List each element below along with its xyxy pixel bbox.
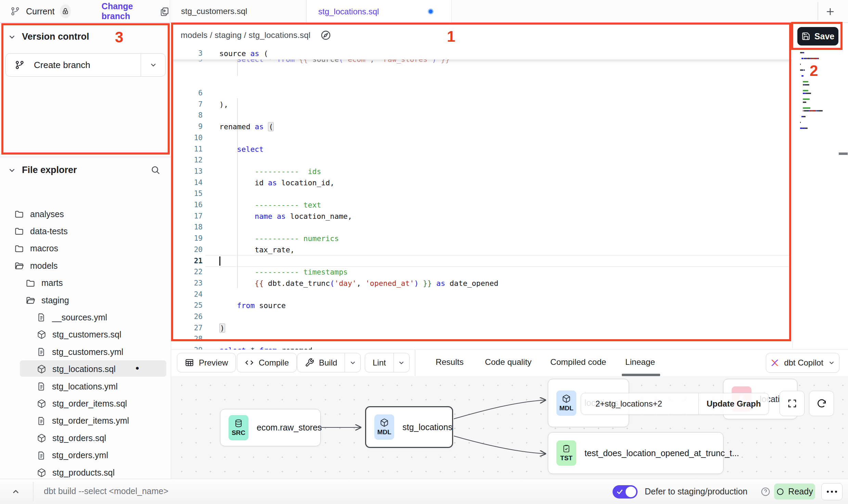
create-branch-dropdown[interactable] <box>141 54 165 76</box>
build-button[interactable]: Build <box>297 353 361 372</box>
file-item-stg-orders-sql[interactable]: stg_orders.sql <box>37 430 106 446</box>
change-branch-link[interactable]: Change branch <box>102 1 151 21</box>
build-dropdown[interactable] <box>345 353 360 372</box>
code-line-27[interactable]: 27) <box>171 322 792 334</box>
preview-button[interactable]: Preview <box>177 353 236 372</box>
sticky-scroll-line[interactable]: 3source as ( <box>171 48 792 59</box>
minimap-line <box>800 90 841 91</box>
file-item-stg-locations-sql[interactable]: stg_locations.sql <box>37 362 116 377</box>
lint-button[interactable]: Lint <box>365 353 410 372</box>
file-item-analyses[interactable]: analyses <box>14 207 64 222</box>
file-item-stg-orders-yml[interactable]: stg_orders.yml <box>37 448 108 463</box>
code-editor[interactable]: models / staging / stg_locations.sql 5se… <box>171 23 792 349</box>
copy-branch-icon[interactable] <box>159 6 170 16</box>
dbt-copilot-button[interactable]: dbt Copilot <box>766 353 839 373</box>
code-line-19[interactable]: 19---------- numerics <box>171 233 792 244</box>
new-tab-button[interactable] <box>823 4 838 19</box>
code-line-12[interactable]: 12 <box>171 155 792 166</box>
lint-dropdown[interactable] <box>394 353 409 372</box>
file-item--sources-yml[interactable]: __sources.yml <box>37 310 107 325</box>
code-line-17[interactable]: 17name as location_name, <box>171 211 792 222</box>
file-explorer-title: File explorer <box>22 165 77 175</box>
tab-stg-locations[interactable]: stg_locations.sql <box>306 0 452 23</box>
lineage-node-test[interactable]: TST test_does_location_opened_at_trunc_t… <box>548 432 723 474</box>
code-line-14[interactable]: 14id as location_id, <box>171 177 792 188</box>
tab-lineage[interactable]: Lineage <box>625 350 655 374</box>
file-item-marts[interactable]: marts <box>26 276 63 291</box>
minimap-line <box>800 75 841 77</box>
lineage-selector-input[interactable]: 2+stg_locations+2 <box>581 399 698 409</box>
chevron-down-icon <box>149 61 157 69</box>
update-graph-button[interactable]: Update Graph <box>698 393 769 414</box>
line-text: tax_rate, <box>219 244 295 255</box>
code-token: {{ <box>255 279 264 288</box>
version-control-title: Version control <box>22 31 89 42</box>
file-item-data-tests[interactable]: data-tests <box>14 224 68 239</box>
tab-results[interactable]: Results <box>436 350 464 374</box>
file-label: stg_locations.yml <box>52 382 118 392</box>
code-line-25[interactable]: 25from source <box>171 300 792 311</box>
chevron-down-icon <box>349 359 357 367</box>
file-item-stg-products-sql[interactable]: stg_products.sql <box>37 465 115 480</box>
code-line-20[interactable]: 20tax_rate, <box>171 244 792 255</box>
code-line-28[interactable]: 28 <box>171 333 792 345</box>
minimap-line <box>800 64 841 65</box>
code-line-10[interactable]: 10 <box>171 132 792 144</box>
file-item-staging[interactable]: staging <box>26 293 69 308</box>
file-item-stg-locations-yml[interactable]: stg_locations.yml <box>37 379 118 394</box>
command-input[interactable]: dbt build --select <model_name> <box>44 486 168 496</box>
code-line-11[interactable]: 11select <box>171 144 792 155</box>
line-number: 23 <box>171 278 203 289</box>
save-button[interactable]: Save <box>797 27 838 45</box>
code-line-16[interactable]: 16---------- text <box>171 199 792 211</box>
help-icon[interactable] <box>760 487 771 497</box>
file-item-macros[interactable]: macros <box>14 241 58 256</box>
code-token: renamed <box>219 122 255 131</box>
code-line-24[interactable]: 24 <box>171 289 792 300</box>
tab-code-quality[interactable]: Code quality <box>485 350 531 374</box>
code-area[interactable]: 5select * from {{ source('ecom', 'raw_st… <box>171 48 792 349</box>
lineage-node-source[interactable]: SRC ecom.raw_stores <box>220 409 321 446</box>
code-line-22[interactable]: 22---------- timestamps <box>171 266 792 278</box>
sticky-line-3[interactable]: 3source as ( <box>171 48 792 59</box>
code-line-26[interactable]: 26 <box>171 311 792 322</box>
code-line-15[interactable]: 15 <box>171 188 792 199</box>
file-explorer-header[interactable]: File explorer <box>8 165 77 175</box>
more-options-button[interactable] <box>821 483 843 500</box>
code-line-18[interactable]: 18 <box>171 222 792 233</box>
tab-compiled-code[interactable]: Compiled code <box>550 350 606 374</box>
fullscreen-button[interactable] <box>780 391 805 416</box>
line-text: ---------- ids <box>219 166 321 177</box>
code-line-8[interactable]: 8 <box>171 110 792 121</box>
file-item-stg-customers-sql[interactable]: stg_customers.sql <box>37 327 121 342</box>
chevron-up-icon[interactable] <box>8 486 23 498</box>
code-line-29[interactable]: 29select * from renamed <box>171 345 792 349</box>
code-line-9[interactable]: 9renamed as ( <box>171 121 792 132</box>
code-line-23[interactable]: 23{{ dbt.date_trunc('day', 'opened_at') … <box>171 278 792 289</box>
lint-label: Lint <box>373 358 386 368</box>
code-line-21[interactable]: 21 <box>171 255 792 267</box>
version-control-header[interactable]: Version control <box>8 31 89 42</box>
compile-button[interactable]: Compile <box>237 353 297 372</box>
code-token: ( <box>330 279 334 288</box>
file-item-stg-customers-yml[interactable]: stg_customers.yml <box>37 344 123 359</box>
code-line-13[interactable]: 13---------- ids <box>171 166 792 177</box>
tab-stg-customers[interactable]: stg_customers.sql <box>170 0 306 23</box>
minimap[interactable] <box>800 52 841 133</box>
refresh-icon[interactable] <box>809 391 834 416</box>
file-item-stg-order-items-yml[interactable]: stg_order_items.yml <box>37 413 129 428</box>
ready-label: Ready <box>788 487 813 496</box>
defer-toggle[interactable] <box>613 485 638 499</box>
lineage-node-stg-locations[interactable]: MDL stg_locations <box>365 406 453 448</box>
view-docs-icon[interactable] <box>318 27 334 43</box>
file-search-icon[interactable] <box>150 165 160 175</box>
file-item-models[interactable]: models <box>14 258 58 273</box>
create-branch-button[interactable]: Create branch <box>5 53 166 77</box>
scrollbar-thumb[interactable] <box>839 152 848 155</box>
file-item-stg-order-items-sql[interactable]: stg_order_items.sql <box>37 396 127 411</box>
code-line-6[interactable]: 6 <box>171 88 792 99</box>
save-label: Save <box>814 31 834 41</box>
code-line-7[interactable]: 7), <box>171 99 792 110</box>
editor-breadcrumb-bar: models / staging / stg_locations.sql <box>171 23 792 48</box>
lineage-canvas[interactable]: MDL locations locatio SRC ecom.raw_store… <box>171 376 848 479</box>
